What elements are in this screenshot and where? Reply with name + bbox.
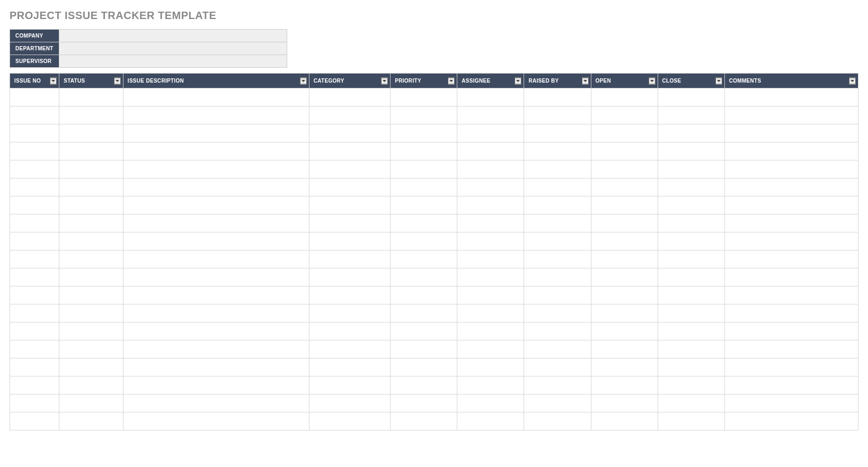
cell-open[interactable] — [591, 214, 658, 232]
cell-raised-by[interactable] — [524, 322, 591, 340]
cell-comments[interactable] — [724, 286, 858, 304]
cell-priority[interactable] — [391, 412, 457, 430]
cell-issue-no[interactable] — [10, 304, 59, 322]
cell-status[interactable] — [59, 232, 123, 250]
cell-assignee[interactable] — [457, 160, 524, 178]
cell-status[interactable] — [59, 322, 123, 340]
cell-close[interactable] — [658, 106, 724, 124]
cell-close[interactable] — [658, 304, 724, 322]
cell-priority[interactable] — [391, 304, 457, 322]
cell-issue-no[interactable] — [10, 376, 59, 394]
cell-comments[interactable] — [724, 106, 858, 124]
cell-open[interactable] — [591, 376, 658, 394]
cell-issue-no[interactable] — [10, 394, 59, 412]
cell-close[interactable] — [658, 394, 724, 412]
cell-close[interactable] — [658, 376, 724, 394]
cell-status[interactable] — [59, 160, 123, 178]
cell-raised-by[interactable] — [524, 358, 591, 376]
meta-value-supervisor[interactable] — [59, 55, 287, 68]
cell-open[interactable] — [591, 160, 658, 178]
cell-issue-no[interactable] — [10, 340, 59, 358]
cell-comments[interactable] — [724, 358, 858, 376]
cell-close[interactable] — [658, 88, 724, 106]
cell-comments[interactable] — [724, 142, 858, 160]
cell-issue-no[interactable] — [10, 286, 59, 304]
cell-priority[interactable] — [391, 124, 457, 142]
cell-status[interactable] — [59, 304, 123, 322]
cell-status[interactable] — [59, 214, 123, 232]
cell-status[interactable] — [59, 376, 123, 394]
cell-open[interactable] — [591, 304, 658, 322]
cell-category[interactable] — [309, 268, 391, 286]
filter-dropdown-icon[interactable] — [849, 77, 856, 84]
cell-category[interactable] — [309, 304, 391, 322]
cell-issue-no[interactable] — [10, 178, 59, 196]
cell-status[interactable] — [59, 250, 123, 268]
cell-status[interactable] — [59, 178, 123, 196]
cell-close[interactable] — [658, 268, 724, 286]
cell-issue-description[interactable] — [123, 340, 309, 358]
cell-priority[interactable] — [391, 214, 457, 232]
cell-close[interactable] — [658, 250, 724, 268]
cell-close[interactable] — [658, 412, 724, 430]
cell-status[interactable] — [59, 124, 123, 142]
cell-assignee[interactable] — [457, 250, 524, 268]
filter-dropdown-icon[interactable] — [381, 77, 388, 84]
cell-close[interactable] — [658, 142, 724, 160]
cell-assignee[interactable] — [457, 88, 524, 106]
header-category[interactable]: CATEGORY — [309, 74, 391, 88]
cell-assignee[interactable] — [457, 286, 524, 304]
cell-assignee[interactable] — [457, 214, 524, 232]
cell-priority[interactable] — [391, 106, 457, 124]
cell-priority[interactable] — [391, 196, 457, 214]
cell-priority[interactable] — [391, 268, 457, 286]
cell-issue-description[interactable] — [123, 106, 309, 124]
cell-comments[interactable] — [724, 268, 858, 286]
cell-raised-by[interactable] — [524, 160, 591, 178]
cell-issue-no[interactable] — [10, 88, 59, 106]
cell-issue-no[interactable] — [10, 142, 59, 160]
cell-issue-description[interactable] — [123, 304, 309, 322]
cell-assignee[interactable] — [457, 340, 524, 358]
cell-category[interactable] — [309, 322, 391, 340]
cell-assignee[interactable] — [457, 394, 524, 412]
cell-issue-description[interactable] — [123, 394, 309, 412]
cell-comments[interactable] — [724, 88, 858, 106]
cell-comments[interactable] — [724, 376, 858, 394]
cell-open[interactable] — [591, 196, 658, 214]
cell-priority[interactable] — [391, 160, 457, 178]
cell-close[interactable] — [658, 340, 724, 358]
cell-raised-by[interactable] — [524, 88, 591, 106]
cell-close[interactable] — [658, 322, 724, 340]
filter-dropdown-icon[interactable] — [50, 77, 57, 84]
cell-raised-by[interactable] — [524, 394, 591, 412]
cell-raised-by[interactable] — [524, 178, 591, 196]
cell-issue-no[interactable] — [10, 268, 59, 286]
cell-issue-description[interactable] — [123, 376, 309, 394]
cell-comments[interactable] — [724, 160, 858, 178]
filter-dropdown-icon[interactable] — [448, 77, 455, 84]
cell-issue-no[interactable] — [10, 232, 59, 250]
cell-comments[interactable] — [724, 412, 858, 430]
cell-comments[interactable] — [724, 124, 858, 142]
cell-comments[interactable] — [724, 232, 858, 250]
cell-assignee[interactable] — [457, 124, 524, 142]
cell-issue-description[interactable] — [123, 124, 309, 142]
cell-open[interactable] — [591, 142, 658, 160]
cell-open[interactable] — [591, 106, 658, 124]
cell-category[interactable] — [309, 394, 391, 412]
cell-assignee[interactable] — [457, 376, 524, 394]
cell-issue-description[interactable] — [123, 160, 309, 178]
cell-issue-no[interactable] — [10, 160, 59, 178]
cell-close[interactable] — [658, 232, 724, 250]
cell-issue-no[interactable] — [10, 214, 59, 232]
cell-close[interactable] — [658, 160, 724, 178]
cell-raised-by[interactable] — [524, 232, 591, 250]
header-issue-description[interactable]: ISSUE DESCRIPTION — [123, 74, 309, 88]
cell-category[interactable] — [309, 124, 391, 142]
cell-issue-description[interactable] — [123, 214, 309, 232]
cell-issue-no[interactable] — [10, 322, 59, 340]
cell-close[interactable] — [658, 358, 724, 376]
cell-priority[interactable] — [391, 178, 457, 196]
cell-status[interactable] — [59, 286, 123, 304]
